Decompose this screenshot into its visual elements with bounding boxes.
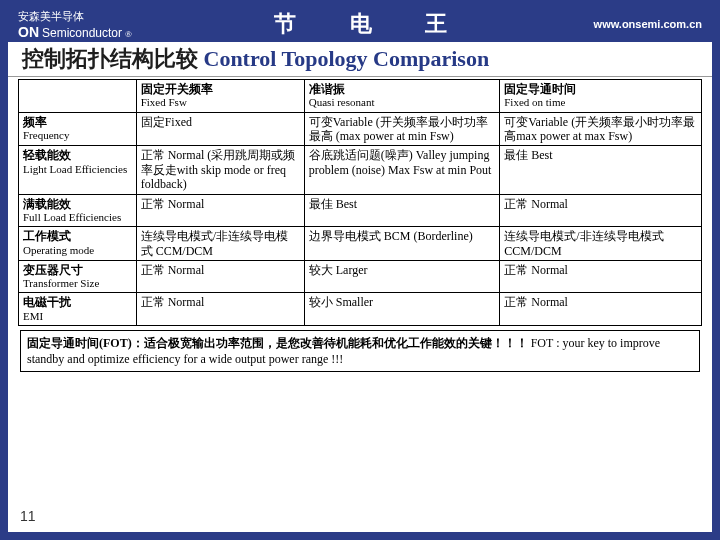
table-body: 频率Frequency固定Fixed可变Variable (开关频率最小时功率最… — [19, 112, 702, 325]
table-row: 变压器尺寸Transformer Size正常 Normal较大 Larger正… — [19, 260, 702, 293]
logo-cn-text: 安森美半导体 — [18, 9, 132, 24]
cell: 固定Fixed — [136, 112, 304, 146]
row-label: 工作模式Operating mode — [19, 227, 137, 261]
header-c3-cn: 固定导通时间 — [504, 82, 697, 96]
cell: 较大 Larger — [304, 260, 499, 293]
table-row: 满载能效Full Load Efficiencies正常 Normal最佳 Be… — [19, 194, 702, 227]
top-url: www.onsemi.com.cn — [594, 18, 702, 30]
table-row: 工作模式Operating mode连续导电模式/非连续导电模式 CCM/DCM… — [19, 227, 702, 261]
row-label: 满载能效Full Load Efficiencies — [19, 194, 137, 227]
header-c1-cn: 固定开关频率 — [141, 82, 300, 96]
comparison-table: 固定开关频率 Fixed Fsw 准谐振 Quasi resonant 固定导通… — [18, 79, 702, 326]
cell: 正常 Normal — [500, 293, 702, 326]
row-label: 变压器尺寸Transformer Size — [19, 260, 137, 293]
title-en: Control Topology Comparison — [204, 46, 490, 71]
row-label: 频率Frequency — [19, 112, 137, 146]
row-label: 轻载能效Light Load Efficiencies — [19, 146, 137, 194]
table-row: 电磁干扰EMI正常 Normal较小 Smaller正常 Normal — [19, 293, 702, 326]
header-fixed-on-time: 固定导通时间 Fixed on time — [500, 80, 702, 113]
cell: 正常 Normal — [136, 293, 304, 326]
table-header-row: 固定开关频率 Fixed Fsw 准谐振 Quasi resonant 固定导通… — [19, 80, 702, 113]
cell: 可变Variable (开关频率最小时功率最高 (max power at mi… — [304, 112, 499, 146]
cell: 正常 Normal (采用跳周期或频率反走with skip mode or f… — [136, 146, 304, 194]
cell: 较小 Smaller — [304, 293, 499, 326]
logo-on-text: ON — [18, 24, 39, 40]
cell: 正常 Normal — [136, 194, 304, 227]
cell: 正常 Normal — [500, 260, 702, 293]
logo-semi-text: Semiconductor — [42, 26, 122, 40]
top-center-title: 节 电 王 — [254, 9, 471, 39]
header-c2-cn: 准谐振 — [309, 82, 495, 96]
cell: 连续导电模式/非连续导电模式CCM/DCM — [500, 227, 702, 261]
header-fixed-fsw: 固定开关频率 Fixed Fsw — [136, 80, 304, 113]
footnote-cn: 固定导通时间(FOT)：适合极宽输出功率范围，是您改善待机能耗和优化工作能效的关… — [27, 336, 528, 350]
header-c1-en: Fixed Fsw — [141, 96, 300, 109]
table-row: 轻载能效Light Load Efficiencies正常 Normal (采用… — [19, 146, 702, 194]
logo: 安森美半导体 ON Semiconductor ® — [18, 9, 132, 40]
cell: 正常 Normal — [136, 260, 304, 293]
cell: 正常 Normal — [500, 194, 702, 227]
title-cn: 控制拓扑结构比较 — [22, 46, 198, 71]
header-c2-en: Quasi resonant — [309, 96, 495, 109]
table-row: 频率Frequency固定Fixed可变Variable (开关频率最小时功率最… — [19, 112, 702, 146]
cell: 最佳 Best — [304, 194, 499, 227]
cell: 边界导电模式 BCM (Borderline) — [304, 227, 499, 261]
page-number: 11 — [20, 508, 36, 524]
header-c3-en: Fixed on time — [504, 96, 697, 109]
cell: 最佳 Best — [500, 146, 702, 194]
cell: 可变Variable (开关频率最小时功率最高max power at max … — [500, 112, 702, 146]
content-area: 固定开关频率 Fixed Fsw 准谐振 Quasi resonant 固定导通… — [8, 77, 712, 532]
cell: 连续导电模式/非连续导电模式 CCM/DCM — [136, 227, 304, 261]
top-bar: 安森美半导体 ON Semiconductor ® 节 电 王 www.onse… — [6, 6, 714, 42]
row-label: 电磁干扰EMI — [19, 293, 137, 326]
logo-registered-icon: ® — [125, 29, 132, 39]
cell: 谷底跳适问题(噪声) Valley jumping problem (noise… — [304, 146, 499, 194]
header-quasi-resonant: 准谐振 Quasi resonant — [304, 80, 499, 113]
header-blank — [19, 80, 137, 113]
footnote: 固定导通时间(FOT)：适合极宽输出功率范围，是您改善待机能耗和优化工作能效的关… — [20, 330, 700, 372]
slide: 安森美半导体 ON Semiconductor ® 节 电 王 www.onse… — [0, 0, 720, 540]
slide-title: 控制拓扑结构比较 Control Topology Comparison — [8, 40, 712, 77]
